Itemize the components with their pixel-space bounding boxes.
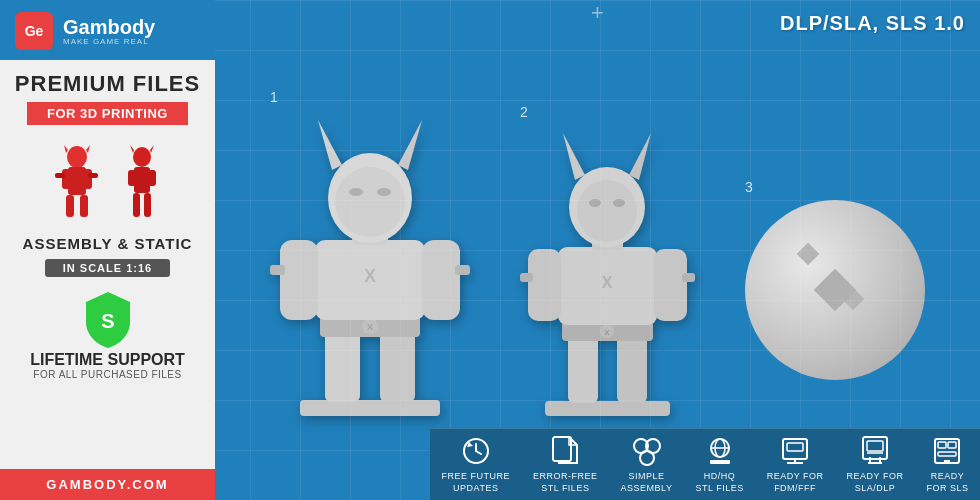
svg-marker-54 bbox=[563, 133, 585, 180]
svg-text:X: X bbox=[367, 322, 373, 332]
fdm-label: READY FORFDM/FFF bbox=[767, 471, 824, 494]
sla-label: READY FORSLA/DLP bbox=[847, 471, 904, 494]
purchased-files-text: FOR ALL PURCHASED FILES bbox=[33, 369, 181, 380]
support-section: S LIFETIME SUPPORT FOR ALL PURCHASED FIL… bbox=[0, 282, 215, 388]
svg-rect-78 bbox=[948, 442, 956, 448]
scale-badge: IN SCALE 1:16 bbox=[45, 259, 170, 277]
lifetime-support-text: LIFETIME SUPPORT bbox=[30, 350, 185, 369]
sls-label: READYFOR SLS bbox=[926, 471, 968, 494]
svg-text:X: X bbox=[602, 274, 613, 291]
sidebar: Ge Gambody MAKE GAME REAL PREMIUM FILES … bbox=[0, 0, 215, 500]
svg-rect-17 bbox=[144, 193, 151, 217]
svg-point-53 bbox=[613, 199, 625, 207]
svg-point-33 bbox=[349, 188, 363, 196]
logo-icon[interactable]: Ge bbox=[15, 12, 53, 50]
svg-point-32 bbox=[335, 167, 405, 237]
svg-rect-29 bbox=[455, 265, 470, 275]
svg-marker-2 bbox=[86, 145, 90, 153]
svg-marker-36 bbox=[398, 120, 422, 170]
svg-point-61 bbox=[640, 451, 654, 465]
svg-rect-20 bbox=[325, 330, 360, 402]
sls-icon bbox=[931, 435, 963, 467]
figures-area: 1 X bbox=[215, 0, 980, 500]
svg-rect-4 bbox=[62, 169, 70, 189]
main-content: DLP/SLA, SLS 1.0 + 1 X bbox=[215, 0, 980, 500]
svg-rect-46 bbox=[654, 249, 687, 321]
sidebar-logo: Ge Gambody MAKE GAME REAL bbox=[0, 0, 215, 60]
svg-rect-9 bbox=[88, 173, 98, 178]
svg-marker-11 bbox=[130, 145, 134, 153]
svg-rect-6 bbox=[66, 195, 74, 217]
logo-text: Gambody MAKE GAME REAL bbox=[63, 17, 155, 46]
svg-rect-77 bbox=[938, 442, 946, 448]
svg-marker-12 bbox=[150, 145, 154, 153]
svg-rect-19 bbox=[300, 400, 440, 416]
svg-rect-28 bbox=[270, 265, 285, 275]
svg-rect-5 bbox=[84, 169, 92, 189]
svg-point-10 bbox=[133, 147, 151, 167]
crosshair-icon: + bbox=[591, 0, 604, 26]
svg-rect-21 bbox=[380, 330, 415, 402]
feature-assembly: SIMPLEASSEMBLY bbox=[621, 435, 673, 494]
svg-rect-14 bbox=[128, 170, 136, 186]
figure-3-base bbox=[745, 200, 925, 380]
logo-name: Gambody bbox=[63, 17, 155, 37]
svg-text:X: X bbox=[604, 328, 610, 337]
svg-point-51 bbox=[577, 180, 637, 242]
for-3d-badge: FOR 3D PRINTING bbox=[27, 102, 188, 125]
svg-point-0 bbox=[67, 146, 87, 168]
svg-rect-3 bbox=[68, 167, 86, 195]
stl-label: ERROR-FREESTL FILES bbox=[533, 471, 598, 494]
svg-rect-40 bbox=[617, 335, 647, 403]
svg-rect-26 bbox=[280, 240, 318, 320]
figure-assembly-icon bbox=[50, 145, 105, 225]
sidebar-premium-section: PREMIUM FILES FOR 3D PRINTING bbox=[0, 60, 215, 133]
svg-point-52 bbox=[589, 199, 601, 207]
svg-rect-39 bbox=[568, 335, 598, 403]
feature-hd: HD/HQSTL FILES bbox=[695, 435, 743, 494]
feature-fdm: READY FORFDM/FFF bbox=[767, 435, 824, 494]
svg-text:X: X bbox=[364, 266, 376, 286]
main-container: Ge Gambody MAKE GAME REAL PREMIUM FILES … bbox=[0, 0, 980, 500]
figure-3-label: 3 bbox=[745, 179, 753, 195]
figure-1-wolverine: X bbox=[270, 110, 470, 420]
version-badge: DLP/SLA, SLS 1.0 bbox=[780, 12, 965, 35]
svg-rect-8 bbox=[55, 173, 65, 178]
svg-rect-7 bbox=[80, 195, 88, 217]
svg-rect-27 bbox=[422, 240, 460, 320]
figure-3-wrapper: 3 bbox=[745, 179, 925, 380]
assembly-icon bbox=[631, 435, 663, 467]
figure-static-icon bbox=[120, 145, 165, 225]
svg-rect-45 bbox=[528, 249, 561, 321]
svg-rect-16 bbox=[133, 193, 140, 217]
sidebar-figures bbox=[0, 133, 215, 233]
assembly-label: ASSEMBLY & STATIC bbox=[23, 233, 193, 254]
assembly-label: SIMPLEASSEMBLY bbox=[621, 471, 673, 494]
feature-sls: READYFOR SLS bbox=[926, 435, 968, 494]
fdm-icon bbox=[779, 435, 811, 467]
sla-icon bbox=[859, 435, 891, 467]
gambody-footer[interactable]: GAMBODY.COM bbox=[0, 469, 215, 500]
bottom-bar: FREE FUTUREUPDATES ERROR-FREESTL FILES bbox=[430, 428, 980, 500]
svg-marker-1 bbox=[64, 145, 68, 153]
svg-text:S: S bbox=[101, 310, 114, 332]
svg-rect-15 bbox=[148, 170, 156, 186]
feature-stl: ERROR-FREESTL FILES bbox=[533, 435, 598, 494]
figure-2-wolverine: X bbox=[520, 125, 695, 420]
updates-label: FREE FUTUREUPDATES bbox=[442, 471, 511, 494]
svg-marker-55 bbox=[629, 133, 651, 180]
svg-rect-71 bbox=[867, 441, 883, 451]
hd-icon bbox=[704, 435, 736, 467]
svg-rect-65 bbox=[710, 460, 730, 464]
figure-2-wrapper: 2 X bbox=[520, 104, 695, 420]
svg-rect-48 bbox=[682, 273, 695, 282]
figure-1-wrapper: 1 X bbox=[270, 89, 470, 420]
svg-rect-47 bbox=[520, 273, 533, 282]
svg-rect-79 bbox=[938, 452, 956, 456]
figure-2-label: 2 bbox=[520, 104, 528, 120]
updates-icon bbox=[460, 435, 492, 467]
feature-updates: FREE FUTUREUPDATES bbox=[442, 435, 511, 494]
svg-marker-35 bbox=[318, 120, 342, 170]
hd-label: HD/HQSTL FILES bbox=[695, 471, 743, 494]
svg-rect-67 bbox=[787, 443, 803, 451]
